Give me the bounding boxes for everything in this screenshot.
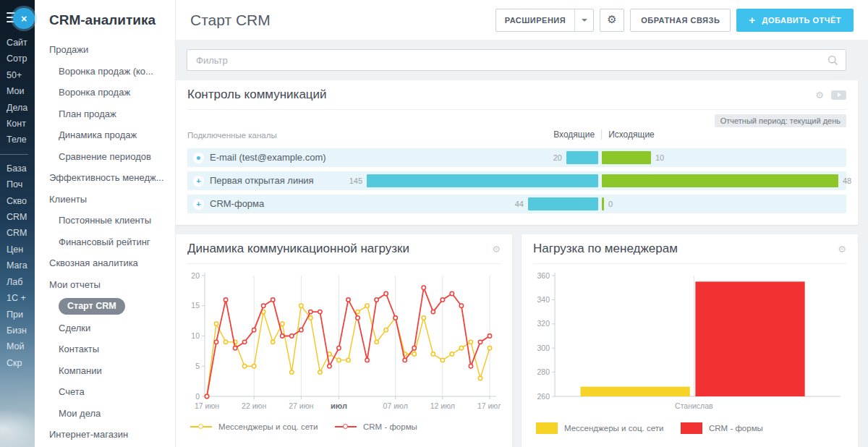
legend-item: Мессенджеры и соц. сети xyxy=(536,422,681,434)
sidebar-item-сквозная-аналитика[interactable]: Сквозная аналитика xyxy=(49,252,171,274)
nav-item[interactable]: Сотр xyxy=(7,51,35,67)
nav-item[interactable]: База xyxy=(7,161,35,176)
expand-plus-icon[interactable]: + xyxy=(193,199,204,210)
column-divider xyxy=(601,129,602,140)
nav-item[interactable]: Мой xyxy=(7,339,35,354)
nav-item[interactable]: Цен xyxy=(7,242,35,257)
extensions-button[interactable]: РАСШИРЕНИЯ xyxy=(495,9,594,32)
bar-chart-svg: 260280300320340360Станислав xyxy=(533,268,846,417)
gear-icon[interactable]: ⚙ xyxy=(815,90,824,100)
outgoing-bar xyxy=(602,151,651,164)
incoming-bar xyxy=(367,174,598,187)
app-root: СайтСотр50+МоиДелаКонтТеле БазаПочСквоCR… xyxy=(0,0,868,447)
bar-chart: 260280300320340360Станислав xyxy=(533,268,846,420)
nav-item[interactable]: Мои xyxy=(7,83,35,99)
nav-item[interactable]: CRM xyxy=(7,225,35,241)
sidebar-item-финансовый-рейтинг[interactable]: Финансовый рейтинг xyxy=(49,231,171,253)
sidebar-item-продажи[interactable]: Продажи xyxy=(49,39,171,61)
dark-sidebar-bottom-items: БазаПочСквоCRMCRMЦенМагаЛаб1С +ПриБизнМо… xyxy=(0,161,35,371)
legend-item: CRM - формы xyxy=(681,422,825,434)
sidebar-item-воронка-продаж[interactable]: Воронка продаж xyxy=(49,82,171,103)
communication-load-chart-card: Динамика коммуникационной нагрузки ⚙ 051… xyxy=(176,234,512,447)
channel-row[interactable]: E-mail (test@example.com)2010 xyxy=(187,148,846,167)
sidebar-item-старт-crm[interactable]: Старт CRM xyxy=(49,295,171,318)
extensions-dropdown-toggle[interactable] xyxy=(574,9,593,31)
play-demo-icon[interactable] xyxy=(831,90,846,100)
sidebar-item-план-продаж[interactable]: План продаж xyxy=(49,103,171,125)
expand-plus-icon[interactable]: + xyxy=(193,176,204,187)
sidebar-item-мои-отчеты[interactable]: Мои отчеты xyxy=(49,274,171,296)
nav-item[interactable]: Сайт xyxy=(7,35,35,51)
sidebar-title: CRM-аналитика xyxy=(49,12,171,28)
sidebar-item-динамика-продаж[interactable]: Динамика продаж xyxy=(49,124,171,146)
sidebar-item-label: Интернет-магазин xyxy=(49,429,128,440)
page-header: Старт CRM РАСШИРЕНИЯ ⚙ ОБРАТНАЯ СВЯЗЬ + … xyxy=(176,0,868,40)
svg-text:5: 5 xyxy=(195,362,200,370)
outgoing-value: 48 xyxy=(843,171,851,190)
filter-input[interactable] xyxy=(195,54,827,67)
sidebar-item-label: Контакты xyxy=(59,344,99,354)
period-badge-row: Отчетный период: текущий день xyxy=(187,114,846,127)
gear-icon[interactable]: ⚙ xyxy=(838,244,846,254)
sidebar-item-постоянные-клиенты[interactable]: Постоянные клиенты xyxy=(49,210,171,231)
nav-item[interactable]: Мага xyxy=(7,257,35,273)
channels-header-row: Подключенные каналы Входящие Исходящие xyxy=(187,128,846,142)
feedback-button[interactable]: ОБРАТНАЯ СВЯЗЬ xyxy=(630,9,731,32)
sidebar-item-интернет-магазин[interactable]: Интернет-магазин xyxy=(49,424,171,446)
sidebar-item-эффективность-менедж-[interactable]: Эффективность менедж... xyxy=(49,167,171,189)
dot-icon[interactable] xyxy=(193,153,204,163)
sidebar-item-label: Эффективность менедж... xyxy=(49,172,164,183)
nav-item[interactable]: Бизн xyxy=(7,323,35,339)
sidebar-item-label: Счета xyxy=(59,386,85,397)
nav-item[interactable]: 1С + xyxy=(7,290,35,306)
sidebar-item-контакты[interactable]: Контакты xyxy=(49,339,171,360)
svg-text:300: 300 xyxy=(537,344,550,352)
nav-item[interactable]: Лаб xyxy=(7,274,35,290)
sidebar-item-сравнение-периодов[interactable]: Сравнение периодов xyxy=(49,146,171,168)
svg-text:17 июн: 17 июн xyxy=(195,401,219,410)
close-icon: × xyxy=(21,13,27,25)
legend-color-swatch xyxy=(536,422,558,434)
nav-item[interactable]: 50+ xyxy=(7,67,35,83)
settings-button[interactable]: ⚙ xyxy=(600,9,624,32)
sidebar-item-клиенты[interactable]: Клиенты xyxy=(49,189,171,210)
svg-text:17 июл: 17 июл xyxy=(477,401,501,410)
incoming-value: 44 xyxy=(515,195,524,213)
sidebar-item-label: Сквозная аналитика xyxy=(49,257,138,268)
nav-item[interactable]: При xyxy=(7,307,35,323)
sidebar-item-воронка-продаж-ко-[interactable]: Воронка продаж (ко... xyxy=(49,61,171,82)
filter-bar[interactable] xyxy=(187,49,846,71)
collapse-menu-button[interactable]: × xyxy=(13,8,35,29)
channel-row[interactable]: +Первая открытая линия14548 xyxy=(187,171,846,190)
svg-text:Станислав: Станислав xyxy=(675,401,713,410)
outgoing-bar xyxy=(602,174,838,187)
channel-label: CRM-форма xyxy=(210,195,264,213)
nav-item[interactable]: CRM xyxy=(7,209,35,225)
card-header: Динамика коммуникационной нагрузки ⚙ xyxy=(187,234,501,264)
nav-item[interactable]: Дела xyxy=(7,100,35,116)
nav-item[interactable]: Теле xyxy=(7,132,35,148)
sidebar-item-счета[interactable]: Счета xyxy=(49,381,171,403)
legend-label: CRM - формы xyxy=(709,424,763,433)
outgoing-value: 10 xyxy=(655,148,664,167)
nav-item[interactable]: Скр xyxy=(7,355,35,371)
sidebar-item-мои-дела[interactable]: Мои дела xyxy=(49,403,171,425)
add-report-button[interactable]: + ДОБАВИТЬ ОТЧЁТ xyxy=(736,9,854,32)
sidebar-item-label: План продаж xyxy=(59,108,116,119)
nav-item[interactable]: Поч xyxy=(7,176,35,192)
gear-icon[interactable]: ⚙ xyxy=(492,244,501,254)
svg-text:20: 20 xyxy=(191,271,200,280)
channel-row[interactable]: +CRM-форма440 xyxy=(187,195,846,213)
connected-channels-label: Подключенные каналы xyxy=(187,131,277,140)
charts-row: Динамика коммуникационной нагрузки ⚙ 051… xyxy=(176,234,858,447)
nav-item[interactable]: Конт xyxy=(7,116,35,132)
svg-text:15: 15 xyxy=(191,301,200,310)
nav-item[interactable]: Скво xyxy=(7,193,35,209)
sidebar-item-компании[interactable]: Компании xyxy=(49,360,171,382)
communications-card-title: Контроль коммуникаций xyxy=(187,88,815,102)
line-chart-legend: Мессенджеры и соц. сетиCRM - формы xyxy=(187,422,501,431)
search-icon[interactable] xyxy=(827,55,838,66)
channel-label: Первая открытая линия xyxy=(210,171,314,190)
sidebar-item-сделки[interactable]: Сделки xyxy=(49,318,171,339)
card-header: Нагрузка по менеджерам ⚙ xyxy=(533,234,846,264)
